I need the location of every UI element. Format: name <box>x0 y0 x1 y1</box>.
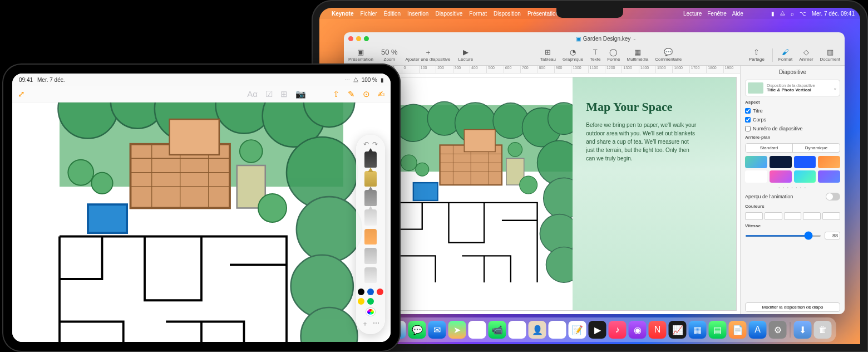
share-icon[interactable]: ⇧ <box>333 89 340 99</box>
edit-layout-button[interactable]: Modifier la disposition de diapo <box>745 302 840 312</box>
dock-mail[interactable]: ✉ <box>428 321 446 339</box>
dock-keynote[interactable]: ▦ <box>689 321 707 339</box>
add-button[interactable]: ＋ <box>362 319 368 329</box>
background-swatch[interactable] <box>770 170 792 183</box>
background-swatch[interactable] <box>770 156 792 168</box>
layout-picker[interactable]: Disposition de la diapositive Title & Ph… <box>745 80 840 96</box>
collapse-icon[interactable]: ⤢ <box>18 89 25 99</box>
more-icon[interactable]: ⋯ <box>344 77 350 83</box>
dock-numbers[interactable]: ▤ <box>709 321 727 339</box>
slide-canvas[interactable]: -100010020030040050060070080090010001100… <box>385 66 740 314</box>
slide-image[interactable] <box>396 77 573 310</box>
dock-downloads[interactable]: ⬇ <box>794 321 812 339</box>
menu-edition[interactable]: Édition <box>383 11 401 17</box>
background-segment[interactable]: Standard Dynamique <box>745 143 840 153</box>
chevron-down-icon[interactable]: ⌄ <box>633 36 637 41</box>
more-icon[interactable]: ⊙ <box>363 89 370 99</box>
dock-tv[interactable]: ▶ <box>589 321 606 339</box>
dock-notes[interactable]: 📝 <box>569 321 586 339</box>
dock-photos[interactable]: ✿ <box>468 321 486 339</box>
menu-disposition[interactable]: Disposition <box>494 11 521 17</box>
ruler-tool[interactable] <box>364 267 377 283</box>
menu-insertion[interactable]: Insertion <box>407 11 428 17</box>
undo-button[interactable]: ↶ <box>363 140 369 148</box>
dock-pages[interactable]: 📄 <box>729 321 747 339</box>
text-button[interactable]: TTexte <box>590 48 600 62</box>
crayon-tool[interactable] <box>364 229 377 245</box>
background-swatch[interactable] <box>745 156 767 168</box>
menu-aide[interactable]: Aide <box>732 11 743 17</box>
markup-color[interactable] <box>367 289 374 295</box>
markup-color[interactable] <box>367 298 374 305</box>
menubar-clock[interactable]: Mer. 7 déc. 09:41 <box>812 11 855 17</box>
anim-preview-toggle[interactable] <box>826 193 840 201</box>
markup-palette[interactable]: ↶ ↷ ＋ ⋯ <box>356 135 385 334</box>
zoom-button[interactable] <box>364 36 369 41</box>
add-slide-button[interactable]: ＋Ajouter une diapositive <box>406 48 451 62</box>
pencil-tool[interactable] <box>364 190 377 206</box>
background-swatch[interactable] <box>794 170 816 183</box>
color-wells[interactable] <box>745 212 840 220</box>
eraser-tool[interactable] <box>364 209 377 226</box>
notes-canvas[interactable]: ↶ ↷ ＋ ⋯ <box>12 102 391 342</box>
menu-diapositive[interactable]: Diapositive <box>435 11 462 17</box>
battery-icon[interactable]: ▮ <box>771 11 775 17</box>
speed-slider[interactable] <box>745 235 821 237</box>
check-slide-number[interactable]: Numéro de diapositive <box>745 126 840 131</box>
background-swatch[interactable] <box>794 156 816 168</box>
table-button[interactable]: ⊞Tableau <box>540 48 556 62</box>
close-button[interactable] <box>348 36 353 41</box>
menu-fenetre[interactable]: Fenêtre <box>707 11 726 17</box>
marker-tool[interactable] <box>364 171 377 187</box>
menubar-app[interactable]: Keynote <box>332 11 353 17</box>
markup-color[interactable] <box>377 289 383 295</box>
zoom-dropdown[interactable]: 50 %Zoom <box>381 48 398 62</box>
table-icon[interactable]: ⊞ <box>280 89 288 99</box>
dock-contacts[interactable]: 👤 <box>529 321 546 339</box>
slide[interactable]: Map Your Space Before we bring pen to pa… <box>395 77 737 311</box>
dock-podcasts[interactable]: ◉ <box>629 321 647 339</box>
dock-reminders[interactable]: ☑ <box>549 321 566 339</box>
dock-news[interactable]: N <box>649 321 667 339</box>
camera-icon[interactable]: 📷 <box>295 89 306 99</box>
check-title[interactable]: Titre <box>745 108 840 114</box>
pen-tool[interactable] <box>364 151 377 168</box>
animate-button[interactable]: ◇Animer <box>799 48 813 62</box>
chart-button[interactable]: ◔Graphique <box>563 48 583 62</box>
background-swatch[interactable] <box>818 170 840 183</box>
speed-value[interactable]: 88 <box>825 232 840 239</box>
markup-icon[interactable]: ✎ <box>348 89 355 99</box>
redo-button[interactable]: ↷ <box>372 140 378 148</box>
dock-music[interactable]: ♪ <box>609 321 627 339</box>
page-dots[interactable]: • • • • • • • <box>745 186 840 189</box>
comment-button[interactable]: 💬Commentaire <box>655 48 682 62</box>
markup-color[interactable] <box>358 298 364 305</box>
lasso-tool[interactable] <box>364 248 377 264</box>
format-button[interactable]: 🖌Format <box>778 48 792 62</box>
slide-body[interactable]: Before we bring pen to paper, we'll walk… <box>586 121 697 163</box>
media-button[interactable]: ▦Multimédia <box>627 48 648 62</box>
dock-messages[interactable]: 💬 <box>408 321 426 339</box>
dock-maps[interactable]: ➤ <box>448 321 466 339</box>
menu-format[interactable]: Format <box>469 11 487 17</box>
share-button[interactable]: ⇧Partage <box>749 48 765 62</box>
text-style-icon[interactable]: Aα <box>247 89 258 99</box>
shape-button[interactable]: ◯Forme <box>607 48 620 62</box>
control-center-icon[interactable]: ⌥ <box>800 11 806 17</box>
minimize-button[interactable] <box>356 36 361 41</box>
view-button[interactable]: ▣Présentation <box>348 48 373 62</box>
menu-lecture[interactable]: Lecture <box>683 11 702 17</box>
dock-settings[interactable]: ⚙ <box>769 321 787 339</box>
check-body[interactable]: Corps <box>745 117 840 123</box>
checklist-icon[interactable]: ☑ <box>265 89 273 99</box>
menu-presentation[interactable]: Présentation <box>527 11 559 17</box>
wifi-icon[interactable]: ⧋ <box>780 10 785 17</box>
markup-color[interactable] <box>358 289 364 295</box>
document-button[interactable]: ▥Document <box>820 48 840 62</box>
compose-icon[interactable]: ✍︎ <box>378 89 385 99</box>
dock-stocks[interactable]: 📈 <box>669 321 687 339</box>
play-button[interactable]: ▶Lecture <box>458 48 474 62</box>
window-title[interactable]: Garden Design.key <box>583 36 631 42</box>
dock-facetime[interactable]: 📹 <box>489 321 506 339</box>
more-button[interactable]: ⋯ <box>373 319 379 329</box>
